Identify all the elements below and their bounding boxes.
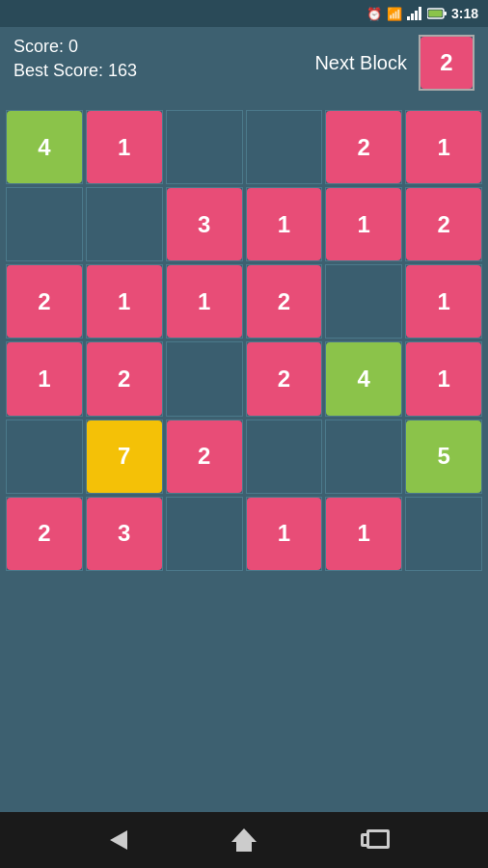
cell-4-0[interactable] (6, 420, 83, 494)
alarm-icon: ⏰ (366, 7, 382, 21)
next-block-tile: 2 (420, 37, 473, 89)
cell-1-1[interactable] (86, 187, 163, 261)
signal-icon (407, 7, 422, 20)
svg-rect-2 (415, 11, 418, 20)
cell-4-3[interactable] (246, 420, 323, 494)
cell-5-5[interactable] (405, 497, 482, 571)
nav-bar (0, 812, 488, 868)
cell-0-2[interactable] (166, 110, 243, 184)
cell-0-3[interactable] (246, 110, 323, 184)
cell-0-5[interactable]: 1 (405, 110, 482, 184)
cell-5-4[interactable]: 1 (325, 497, 402, 571)
status-time: 3:18 (451, 6, 478, 21)
cell-5-0[interactable]: 2 (6, 497, 83, 571)
cell-3-3[interactable]: 2 (246, 341, 323, 416)
tile-0-0: 4 (7, 111, 82, 183)
status-bar: ⏰ 📶 3:18 (0, 0, 488, 27)
tile-3-4: 4 (326, 342, 401, 415)
next-block-label: Next Block (314, 52, 407, 74)
cell-2-0[interactable]: 2 (6, 264, 83, 339)
cell-0-0[interactable]: 4 (6, 110, 83, 184)
cell-1-0[interactable] (6, 187, 83, 261)
svg-rect-1 (411, 14, 414, 20)
home-button[interactable] (231, 828, 257, 852)
tile-1-2: 3 (167, 188, 242, 260)
tile-2-3: 2 (247, 265, 322, 338)
status-icons: ⏰ 📶 3:18 (366, 6, 478, 21)
cell-5-3[interactable]: 1 (246, 497, 323, 571)
cell-0-4[interactable]: 2 (325, 110, 402, 184)
score-area: Score: 0 Best Score: 163 Next Block 2 (0, 27, 488, 98)
wifi-icon: 📶 (387, 7, 402, 21)
cell-2-4[interactable] (325, 264, 402, 339)
tile-2-2: 1 (167, 265, 242, 338)
cell-4-5[interactable]: 5 (405, 420, 482, 494)
tile-0-5: 1 (406, 111, 481, 183)
cell-3-1[interactable]: 2 (86, 341, 163, 416)
cell-1-3[interactable]: 1 (246, 187, 323, 261)
cell-5-2[interactable] (166, 497, 243, 571)
svg-rect-3 (419, 7, 421, 20)
tile-2-0: 2 (7, 265, 82, 338)
cell-4-2[interactable]: 2 (166, 420, 243, 494)
cell-1-2[interactable]: 3 (166, 187, 243, 261)
cell-5-1[interactable]: 3 (86, 497, 163, 571)
tile-5-3: 1 (247, 498, 322, 570)
scores-container: Score: 0 Best Score: 163 (14, 35, 137, 83)
tile-1-3: 1 (247, 188, 322, 260)
tile-4-1: 7 (87, 420, 162, 493)
cell-0-1[interactable]: 1 (86, 110, 163, 184)
score-display: Score: 0 (14, 35, 137, 59)
tile-3-1: 2 (87, 342, 162, 415)
next-block-area: Next Block 2 (314, 35, 474, 91)
recents-button[interactable] (361, 833, 378, 847)
game-grid[interactable]: 4121311221121122417252311 (0, 104, 488, 577)
cell-3-2[interactable] (166, 341, 243, 416)
cell-3-5[interactable]: 1 (405, 341, 482, 416)
tile-2-1: 1 (87, 265, 162, 338)
tile-0-4: 2 (326, 111, 401, 183)
tile-5-1: 3 (87, 498, 162, 570)
cell-3-0[interactable]: 1 (6, 341, 83, 416)
tile-3-0: 1 (7, 342, 82, 415)
tile-4-2: 2 (167, 420, 242, 493)
tile-5-4: 1 (326, 498, 401, 570)
battery-icon (427, 8, 447, 19)
cell-1-4[interactable]: 1 (325, 187, 402, 261)
svg-rect-6 (428, 11, 442, 17)
tile-5-0: 2 (7, 498, 82, 570)
tile-1-5: 2 (406, 188, 481, 260)
cell-3-4[interactable]: 4 (325, 341, 402, 416)
tile-1-4: 1 (326, 188, 401, 260)
cell-2-5[interactable]: 1 (405, 264, 482, 339)
best-score-display: Best Score: 163 (14, 59, 137, 83)
svg-rect-0 (407, 16, 410, 20)
tile-3-3: 2 (247, 342, 322, 415)
cell-4-4[interactable] (325, 420, 402, 494)
back-button[interactable] (110, 830, 127, 850)
tile-2-5: 1 (406, 265, 481, 338)
next-block-cell: 2 (419, 35, 474, 91)
cell-2-3[interactable]: 2 (246, 264, 323, 339)
cell-4-1[interactable]: 7 (86, 420, 163, 494)
cell-1-5[interactable]: 2 (405, 187, 482, 261)
cell-2-2[interactable]: 1 (166, 264, 243, 339)
tile-0-1: 1 (87, 111, 162, 183)
tile-4-5: 5 (406, 420, 481, 493)
tile-3-5: 1 (406, 342, 481, 415)
cell-2-1[interactable]: 1 (86, 264, 163, 339)
svg-rect-5 (444, 12, 447, 15)
